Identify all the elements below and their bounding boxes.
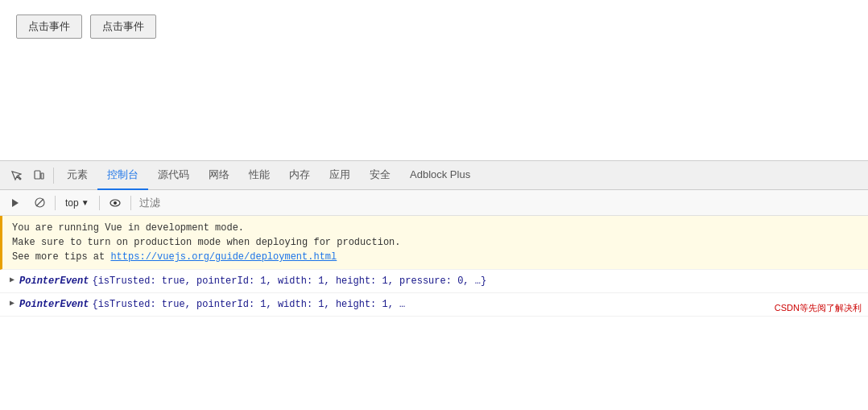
svg-rect-1 <box>41 173 43 179</box>
browser-content: 点击事件 点击事件 <box>0 0 868 160</box>
tab-performance[interactable]: 性能 <box>239 161 279 190</box>
tab-adblock[interactable]: Adblock Plus <box>400 161 480 190</box>
context-label: top <box>65 197 79 209</box>
tab-elements[interactable]: 元素 <box>57 161 97 190</box>
context-selector[interactable]: top ▼ <box>60 196 94 210</box>
chevron-down-icon: ▼ <box>81 198 89 207</box>
tab-console[interactable]: 控制台 <box>97 161 148 190</box>
eye-icon[interactable] <box>105 193 126 213</box>
svg-marker-2 <box>12 199 19 207</box>
filter-input[interactable] <box>136 195 297 210</box>
csdn-watermark: CSDN等先阅了解决利 <box>768 300 868 317</box>
pointer-event-row-1: ▶ PointerEvent {isTrusted: true, pointer… <box>0 270 868 293</box>
button-row: 点击事件 点击事件 <box>16 14 852 39</box>
svg-rect-0 <box>35 171 40 179</box>
devtools-toolbar: top ▼ <box>0 190 868 216</box>
pointer-event-name-2: PointerEvent <box>19 297 89 312</box>
tab-sources[interactable]: 源代码 <box>148 161 199 190</box>
pointer-event-props-2: {isTrusted: true, pointerId: 1, width: 1… <box>92 297 405 312</box>
expand-icon-2[interactable]: ▶ <box>10 297 14 309</box>
tab-divider-1 <box>53 168 54 184</box>
svg-point-6 <box>114 201 117 205</box>
tab-security[interactable]: 安全 <box>360 161 400 190</box>
expand-icon-1[interactable]: ▶ <box>10 274 14 286</box>
device-toggle-icon[interactable] <box>27 164 50 187</box>
pointer-event-row-2: ▶ PointerEvent {isTrusted: true, pointer… <box>0 293 868 317</box>
tab-application[interactable]: 应用 <box>320 161 360 190</box>
toolbar-divider-1 <box>55 196 56 210</box>
vue-deployment-link[interactable]: https://vuejs.org/guide/deployment.html <box>110 251 337 263</box>
click-event-button-1[interactable]: 点击事件 <box>16 14 82 39</box>
tab-network[interactable]: 网络 <box>199 161 239 190</box>
svg-line-4 <box>36 199 43 206</box>
run-script-icon[interactable] <box>5 193 26 213</box>
devtools-tab-bar: 元素 控制台 源代码 网络 性能 内存 应用 安全 Adblock Plus <box>0 161 868 190</box>
console-output: You are running Vue in development mode.… <box>0 216 868 410</box>
click-event-button-2[interactable]: 点击事件 <box>90 14 156 39</box>
pointer-event-name-1: PointerEvent <box>19 274 89 288</box>
devtools-panel: 元素 控制台 源代码 网络 性能 内存 应用 安全 Adblock Plus t… <box>0 160 868 410</box>
block-icon[interactable] <box>29 193 50 213</box>
toolbar-divider-2 <box>99 196 100 210</box>
vue-warning-line1: You are running Vue in development mode.… <box>12 222 400 263</box>
tab-memory[interactable]: 内存 <box>279 161 320 190</box>
pointer-event-props-1: {isTrusted: true, pointerId: 1, width: 1… <box>92 274 486 288</box>
vue-warning-message: You are running Vue in development mode.… <box>0 216 868 270</box>
toolbar-divider-3 <box>130 196 131 210</box>
inspect-element-icon[interactable] <box>5 164 27 187</box>
